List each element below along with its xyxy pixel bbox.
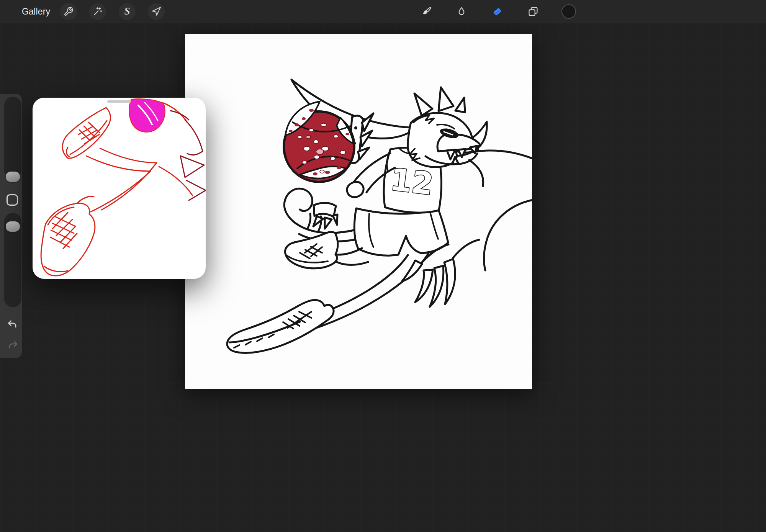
sketch-magenta-shape xyxy=(129,99,187,132)
sketch-claw-shapes xyxy=(170,111,206,200)
selection-button[interactable]: S xyxy=(119,3,136,20)
reference-sketch xyxy=(33,98,206,279)
modify-button[interactable] xyxy=(7,194,18,206)
reference-drag-handle[interactable] xyxy=(107,100,131,103)
smudge-icon xyxy=(456,6,467,17)
undo-button[interactable] xyxy=(4,316,21,333)
actions-button[interactable] xyxy=(60,3,77,20)
brush-size-slider-handle[interactable] xyxy=(6,172,20,182)
artwork-head xyxy=(408,87,481,167)
eraser-icon xyxy=(491,6,503,17)
brush-size-slider[interactable] xyxy=(4,97,21,179)
gallery-button[interactable]: Gallery xyxy=(22,0,50,23)
artwork-sneaker-mid xyxy=(285,232,337,268)
artwork-right-arm xyxy=(442,151,532,270)
artwork-demon-basketball: 12 xyxy=(185,34,532,389)
magic-wand-icon xyxy=(93,7,103,16)
color-button[interactable] xyxy=(560,3,577,20)
adjustments-button[interactable] xyxy=(89,3,106,20)
paint-tool-button[interactable] xyxy=(418,3,435,20)
artwork-sneaker-bottom xyxy=(227,300,334,353)
smudge-tool-button[interactable] xyxy=(453,3,470,20)
sketch-shoe-bottom xyxy=(41,196,95,276)
undo-icon xyxy=(7,319,18,330)
paintbrush-icon xyxy=(421,6,432,17)
artwork-shorts xyxy=(354,208,448,255)
opacity-slider-handle[interactable] xyxy=(6,221,20,232)
transform-arrow-icon xyxy=(151,7,161,16)
sketch-legs xyxy=(86,148,193,212)
color-swatch xyxy=(561,4,576,19)
redo-icon xyxy=(7,339,18,351)
sidebar-panel xyxy=(0,94,22,358)
wrench-icon xyxy=(64,7,74,16)
sketch-shoe-top xyxy=(62,108,110,158)
transform-button[interactable] xyxy=(148,3,165,20)
layers-button[interactable] xyxy=(525,3,542,20)
selection-s-icon: S xyxy=(124,6,130,16)
app-screen: 12 xyxy=(0,0,766,532)
reference-companion-window[interactable] xyxy=(33,98,206,279)
layers-icon xyxy=(528,6,538,17)
top-toolbar: Gallery S xyxy=(0,0,766,23)
redo-button[interactable] xyxy=(4,337,21,354)
erase-tool-button[interactable] xyxy=(489,3,506,20)
artwork-spiked-bracelet xyxy=(313,203,337,229)
drawing-canvas[interactable]: 12 xyxy=(185,34,532,389)
